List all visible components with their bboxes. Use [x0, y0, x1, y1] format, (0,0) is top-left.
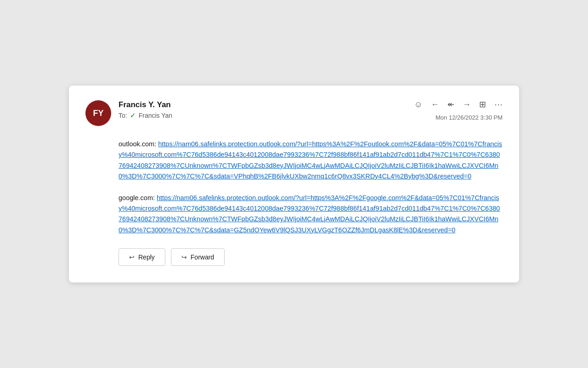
action-buttons: ↩ Reply ↪ Forward — [119, 248, 503, 266]
timestamp: Mon 12/26/2022 3:30 PM — [435, 114, 503, 121]
outlook-paragraph: outlook.com: https://nam06.safelinks.pro… — [119, 139, 503, 182]
reply-button-icon: ↩ — [129, 253, 135, 261]
verified-check-icon: ✓ — [130, 111, 136, 120]
to-label: To: — [119, 112, 127, 119]
grid-icon[interactable]: ⊞ — [479, 100, 486, 109]
reply-icon[interactable]: ← — [431, 100, 439, 109]
forward-button-icon: ↪ — [181, 253, 187, 261]
emoji-icon[interactable]: ☺ — [414, 100, 423, 109]
email-card: FY Francis Y. Yan To: ✓ Francis Yan ☺ ← … — [69, 86, 519, 282]
forward-icon-header[interactable]: → — [463, 100, 471, 109]
action-icons: ☺ ← ↞ → ⊞ ⋯ — [414, 100, 503, 109]
sender-info: Francis Y. Yan To: ✓ Francis Yan — [119, 100, 172, 120]
reply-button[interactable]: ↩ Reply — [119, 248, 165, 266]
google-prefix: google.com: — [119, 194, 157, 201]
google-paragraph: google.com: https://nam06.safelinks.prot… — [119, 193, 503, 236]
forward-button-label: Forward — [191, 253, 214, 261]
header-left: FY Francis Y. Yan To: ✓ Francis Yan — [85, 100, 172, 126]
reply-button-label: Reply — [138, 253, 155, 261]
outlook-link[interactable]: https://nam06.safelinks.protection.outlo… — [119, 140, 502, 180]
more-options-icon[interactable]: ⋯ — [494, 100, 503, 109]
forward-button[interactable]: ↪ Forward — [171, 248, 225, 266]
outlook-prefix: outlook.com: — [119, 140, 158, 148]
email-body: outlook.com: https://nam06.safelinks.pro… — [119, 139, 503, 236]
google-link[interactable]: https://nam06.safelinks.protection.outlo… — [119, 194, 500, 234]
email-header: FY Francis Y. Yan To: ✓ Francis Yan ☺ ← … — [85, 100, 503, 126]
sender-to: To: ✓ Francis Yan — [119, 111, 172, 120]
recipient-name: Francis Yan — [139, 112, 172, 119]
sender-name: Francis Y. Yan — [119, 100, 172, 109]
header-right: ☺ ← ↞ → ⊞ ⋯ Mon 12/26/2022 3:30 PM — [414, 100, 503, 121]
reply-all-icon[interactable]: ↞ — [447, 100, 454, 109]
avatar: FY — [85, 100, 111, 126]
